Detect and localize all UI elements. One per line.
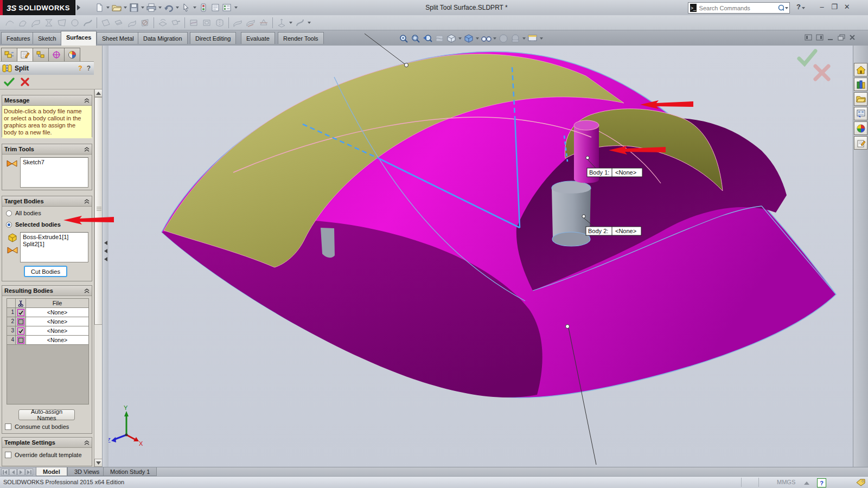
graphics-viewport[interactable] (108, 46, 853, 467)
doc-minimize-icon[interactable] (827, 34, 834, 41)
body-file-cell[interactable]: <None> (26, 317, 88, 326)
restore-button[interactable]: ❐ (829, 3, 840, 11)
select-cursor-icon[interactable] (180, 2, 192, 14)
template-settings-header[interactable]: Template Settings (2, 438, 92, 448)
view-palette-icon[interactable] (854, 107, 867, 120)
print-icon[interactable] (145, 2, 157, 14)
body-file-cell[interactable]: <None> (26, 326, 88, 335)
view-orientation-dropdown[interactable] (458, 37, 462, 40)
tab-sketch[interactable]: Sketch (33, 32, 62, 44)
display-style-dropdown[interactable] (476, 37, 479, 40)
displaymanager-tab[interactable] (64, 48, 80, 62)
new-document-dropdown[interactable] (106, 7, 110, 9)
scrollbar-thumb[interactable] (94, 97, 103, 325)
filled-surface-icon[interactable] (69, 17, 81, 29)
display-style-icon[interactable] (463, 33, 474, 44)
hide-show-dropdown[interactable] (493, 37, 496, 40)
logo-expand-arrow[interactable] (76, 4, 81, 12)
home-tab-icon[interactable] (854, 63, 867, 76)
tab-features[interactable]: Features (1, 32, 35, 44)
units-indicator[interactable]: MMGS (777, 479, 795, 485)
collapse-panel-arrows[interactable] (104, 240, 108, 264)
delete-face-icon[interactable] (139, 17, 151, 29)
close-button[interactable]: ✕ (841, 3, 852, 11)
dimxpertmanager-tab[interactable] (48, 48, 65, 62)
curves-dropdown[interactable] (308, 22, 311, 24)
file-explorer-icon[interactable] (854, 92, 867, 106)
first-tab-button[interactable] (1, 468, 9, 476)
section-view-icon[interactable] (434, 33, 445, 44)
previous-tab-button[interactable] (9, 468, 17, 476)
target-bodies-listbox[interactable]: Boss-Extrude1[1] Split2[1] (20, 232, 88, 262)
pm-ok-button[interactable] (3, 76, 15, 87)
trim-surface-icon[interactable] (188, 17, 200, 29)
hide-show-items-icon[interactable] (481, 33, 492, 44)
collapse-chevron-icon[interactable] (84, 98, 90, 103)
edit-appearance-icon[interactable] (498, 33, 509, 44)
body-file-cell[interactable]: <None> (26, 336, 88, 344)
table-row[interactable]: 4 <None> (7, 336, 88, 345)
apply-scene-dropdown[interactable] (522, 37, 526, 40)
trim-tool-item[interactable]: Sketch7 (23, 159, 86, 166)
tab-surfaces[interactable]: Surfaces (61, 31, 97, 46)
boundary-surface-icon[interactable] (56, 17, 68, 29)
featuremanager-tree-tab[interactable] (1, 48, 17, 62)
custom-properties-icon[interactable] (854, 136, 867, 150)
print-dropdown[interactable] (158, 7, 162, 9)
consume-cut-bodies-checkbox[interactable] (5, 423, 11, 430)
pane-right-icon[interactable] (816, 34, 824, 41)
open-document-icon[interactable] (111, 2, 123, 14)
doc-restore-icon[interactable] (838, 34, 845, 41)
freeform-icon[interactable] (82, 17, 94, 29)
tab-3d-views[interactable]: 3D Views (67, 467, 106, 476)
options-dropdown[interactable] (234, 7, 238, 9)
confirm-cancel-icon[interactable] (815, 66, 828, 79)
view-orientation-icon[interactable] (446, 33, 457, 44)
cut-checkbox-checked[interactable] (17, 309, 24, 316)
zoom-area-icon[interactable] (410, 33, 421, 44)
tab-motion-study[interactable]: Motion Study 1 (103, 467, 157, 476)
reference-geometry-dropdown[interactable] (289, 22, 292, 24)
save-dropdown[interactable] (141, 7, 144, 9)
previous-view-icon[interactable] (422, 33, 433, 44)
extruded-surface-icon[interactable] (4, 17, 16, 29)
trim-tools-listbox[interactable]: Sketch7 (20, 157, 88, 188)
auto-assign-names-button[interactable]: Auto-assign Names (18, 409, 75, 420)
consume-cut-bodies-row[interactable]: Consume cut bodies (5, 423, 69, 430)
help-menu[interactable]: ? (796, 3, 806, 11)
confirm-ok-icon[interactable] (799, 51, 815, 64)
radio-selected-bodies-circle[interactable] (6, 222, 12, 228)
radio-selected-bodies[interactable]: Selected bodies (6, 221, 61, 228)
radio-all-bodies[interactable]: All bodies (6, 210, 41, 216)
collapse-chevron-icon[interactable] (84, 440, 90, 445)
table-row[interactable]: 1 <None> (7, 308, 88, 317)
resulting-bodies-header[interactable]: Resulting Bodies (2, 286, 92, 296)
swept-surface-icon[interactable] (30, 17, 42, 29)
ruled-surface-icon[interactable] (126, 17, 138, 29)
cut-checkbox-checked[interactable] (17, 328, 24, 335)
design-library-icon[interactable] (854, 78, 867, 91)
file-properties-icon[interactable] (209, 2, 221, 14)
cut-checkbox-unchecked[interactable] (17, 337, 24, 344)
last-tab-button[interactable] (25, 468, 33, 476)
message-group-header[interactable]: Message (2, 95, 92, 106)
propertymanager-tab[interactable] (17, 48, 33, 62)
untrim-surface-icon[interactable] (201, 17, 213, 29)
minimize-button[interactable]: – (816, 3, 827, 11)
open-document-dropdown[interactable] (124, 7, 127, 9)
cut-checkbox-unchecked[interactable] (17, 318, 24, 325)
lofted-surface-icon[interactable] (43, 17, 55, 29)
cut-bodies-button[interactable]: Cut Bodies (24, 266, 67, 277)
target-bodies-header[interactable]: Target Bodies (2, 196, 92, 207)
table-row[interactable]: 2 <None> (7, 317, 88, 326)
new-document-icon[interactable] (93, 2, 105, 14)
options-icon[interactable] (221, 2, 233, 14)
tab-direct-editing[interactable]: Direct Editing (190, 32, 236, 44)
view-settings-dropdown[interactable] (540, 37, 543, 40)
search-icon[interactable] (777, 4, 784, 12)
tab-render-tools[interactable]: Render Tools (278, 32, 324, 44)
radio-all-bodies-circle[interactable] (6, 210, 12, 216)
override-template-checkbox[interactable] (5, 452, 11, 458)
apply-scene-icon[interactable] (510, 33, 521, 44)
collapse-chevron-icon[interactable] (84, 199, 90, 204)
